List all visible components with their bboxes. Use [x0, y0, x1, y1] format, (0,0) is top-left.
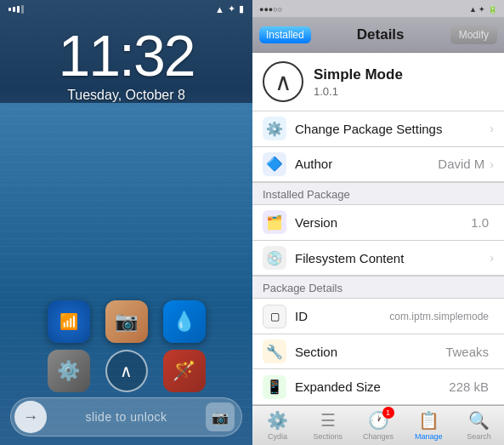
tab-bar: ⚙️ Cydia ☰ Sections 🕐 1 Changes 📋 Manage…	[252, 405, 504, 445]
navigation-icon: ▲	[215, 4, 224, 14]
clock-area: 11:32 Tuesday, October 8	[0, 26, 252, 103]
expanded-size-label: Expanded Size	[295, 379, 449, 394]
cydia-nav-bar: Installed Details Modify	[252, 17, 504, 53]
camera-app-icon[interactable]: 📷	[105, 300, 148, 343]
sections-tab-label: Sections	[314, 432, 343, 441]
id-label: ID	[295, 309, 389, 323]
arrow-right-icon: →	[23, 408, 38, 426]
change-package-settings-row[interactable]: ⚙️ Change Package Settings ›	[252, 111, 504, 147]
id-row-icon: ▢	[263, 305, 286, 328]
search-tab-label: Search	[467, 432, 491, 441]
manage-tab-label: Manage	[415, 432, 443, 441]
settings-symbol: ⚙️	[57, 360, 80, 382]
filesystem-row[interactable]: 💿 Filesystem Content ›	[252, 241, 504, 277]
cydia-panel: ●●●○○ ▲ ✦ 🔋 Installed Details Modify ∧ S…	[252, 0, 504, 445]
slide-text: slide to unlock	[47, 410, 206, 424]
section-row-icon: 🔧	[263, 339, 286, 363]
settings-row-icon: ⚙️	[263, 117, 286, 140]
changes-badge-container: 🕐 1	[368, 410, 389, 431]
jailbreak-symbol: 🪄	[173, 360, 195, 382]
tab-manage[interactable]: 📋 Manage	[404, 406, 454, 445]
jailbreak-app-icon[interactable]: 🪄	[163, 350, 206, 392]
manage-tab-icon: 📋	[418, 410, 439, 431]
author-label: Author	[295, 157, 438, 171]
filesystem-label: Filesystem Content	[295, 251, 490, 265]
search-tab-icon: 🔍	[468, 410, 490, 431]
water-area: 📶 📷 💧 ⚙️ ∧ 🪄 → slid	[0, 103, 252, 445]
package-info: Simple Mode 1.0.1	[314, 66, 494, 98]
wifi-app-icon[interactable]: 📶	[48, 300, 90, 343]
back-installed-button[interactable]: Installed	[259, 26, 311, 43]
version-value: 1.0	[471, 215, 489, 230]
dropbox-app-icon[interactable]: 💧	[163, 300, 206, 343]
filesystem-chevron-icon: ›	[490, 251, 494, 265]
disk-icon: 💿	[266, 250, 283, 266]
app-icons-row1: 📶 📷 💧	[0, 300, 252, 343]
author-chevron-icon: ›	[490, 157, 494, 171]
status-right-icons: ▲ ✦ ▮	[215, 3, 244, 14]
filesystem-row-icon: 💿	[263, 246, 286, 270]
slide-arrow-button[interactable]: →	[14, 401, 47, 433]
lockscreen-panel: ▲ ✦ ▮ 11:32 Tuesday, October 8 📶 📷 💧 ⚙️	[0, 0, 252, 445]
package-name: Simple Mode	[314, 66, 494, 83]
modify-button[interactable]: Modify	[450, 26, 497, 44]
battery-icon: ▮	[239, 3, 244, 14]
status-bar-left: ▲ ✦ ▮	[0, 0, 252, 18]
clock-date: Tuesday, October 8	[0, 88, 252, 103]
version-row[interactable]: 🗂️ Version 1.0	[252, 205, 504, 241]
id-row[interactable]: ▢ ID com.iptm.simplemode	[252, 299, 504, 334]
slide-to-unlock-bar[interactable]: → slide to unlock 📷	[10, 397, 242, 436]
tab-cydia[interactable]: ⚙️ Cydia	[252, 406, 303, 445]
signal-bars	[8, 5, 28, 14]
cydia-circle-icon[interactable]: ∧	[105, 350, 148, 392]
expanded-size-row[interactable]: 📱 Expanded Size 228 kB	[252, 369, 504, 405]
up-caret-symbol: ∧	[120, 361, 133, 381]
cydia-tab-icon: ⚙️	[267, 410, 288, 431]
dropbox-symbol: 💧	[173, 311, 195, 333]
changes-badge: 1	[382, 407, 394, 419]
author-value: David M	[438, 157, 484, 171]
section-row[interactable]: 🔧 Section Tweaks	[252, 334, 504, 370]
clock-time: 11:32	[0, 26, 252, 84]
phone-icon: 📱	[266, 379, 283, 395]
bluetooth-icon: ✦	[228, 3, 235, 14]
signal-bar-1	[8, 8, 11, 11]
author-row-icon: 🔷	[263, 152, 286, 176]
size-row-icon: 📱	[263, 375, 286, 399]
package-header: ∧ Simple Mode 1.0.1	[252, 53, 504, 111]
nav-title: Details	[311, 26, 450, 43]
author-row[interactable]: 🔷 Author David M ›	[252, 147, 504, 183]
signal-bar-4	[21, 5, 24, 14]
app-icons-row2: ⚙️ ∧ 🪄	[0, 350, 252, 392]
version-icon: 🗂️	[266, 214, 283, 231]
camera-icon: 📷	[212, 409, 229, 425]
cydia-status-bar: ●●●○○ ▲ ✦ 🔋	[252, 0, 504, 17]
version-label: Version	[295, 215, 471, 230]
package-icon-symbol: ∧	[275, 68, 292, 96]
package-version: 1.0.1	[314, 85, 494, 98]
wrench-icon: 🔧	[266, 344, 283, 360]
tab-search[interactable]: 🔍 Search	[454, 406, 504, 445]
section-label: Section	[295, 345, 445, 359]
wifi-symbol: 📶	[59, 312, 78, 331]
camera-symbol: 📷	[115, 311, 138, 333]
tab-changes[interactable]: 🕐 1 Changes	[353, 406, 403, 445]
diamond-icon: 🔷	[266, 156, 283, 172]
version-row-icon: 🗂️	[263, 210, 286, 234]
tab-sections[interactable]: ☰ Sections	[303, 406, 353, 445]
installed-section-header: Installed Package	[252, 182, 504, 205]
change-settings-label: Change Package Settings	[295, 122, 490, 136]
changes-tab-label: Changes	[363, 432, 394, 441]
camera-shortcut-icon[interactable]: 📷	[206, 402, 235, 431]
id-icon: ▢	[270, 311, 280, 322]
id-value: com.iptm.simplemode	[389, 311, 489, 322]
gear-icon: ⚙️	[266, 121, 283, 137]
sections-tab-icon: ☰	[320, 410, 336, 431]
cydia-signal: ●●●○○	[259, 3, 282, 14]
cydia-status-right: ▲ ✦ 🔋	[469, 3, 497, 14]
signal-bar-2	[13, 7, 15, 12]
chevron-right-icon: ›	[490, 122, 494, 135]
section-value: Tweaks	[445, 345, 489, 359]
settings-app-icon[interactable]: ⚙️	[48, 350, 90, 392]
cydia-tab-label: Cydia	[268, 432, 287, 441]
